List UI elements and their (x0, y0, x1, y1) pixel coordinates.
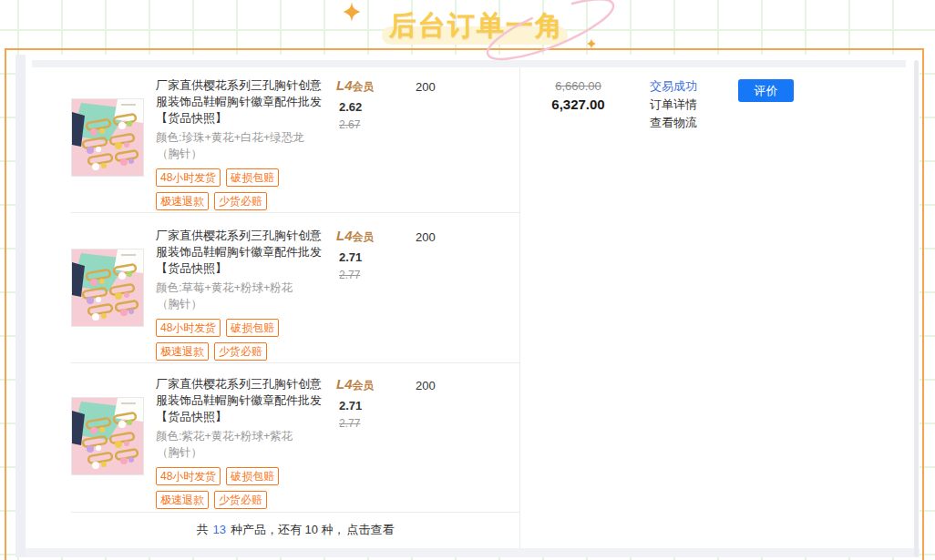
original-unit-price: 2.67 (336, 118, 391, 131)
unit-price: 2.71 (336, 250, 391, 264)
scrollbar[interactable] (914, 60, 919, 557)
unit-price: 2.71 (336, 399, 391, 412)
member-badge: L4会员 (336, 77, 391, 95)
unit-price: 2.62 (336, 100, 391, 114)
service-tag: 极速退款 (156, 491, 209, 509)
product-title[interactable]: 厂家直供樱花系列三孔胸针创意服装饰品鞋帽胸针徽章配件批发【货品快照】 (156, 77, 322, 127)
order-panel: 厂家直供樱花系列三孔胸针创意服装饰品鞋帽胸针徽章配件批发【货品快照】 颜色:珍珠… (15, 55, 920, 557)
service-tag: 极速退款 (156, 342, 209, 361)
review-button[interactable]: 评价 (738, 79, 794, 102)
footer-middle: 种产品，还有 10 种， (231, 523, 345, 536)
order-product-row: 厂家直供樱花系列三孔胸针创意服装饰品鞋帽胸针徽章配件批发【货品快照】 颜色:珍珠… (71, 77, 436, 216)
product-image[interactable] (71, 397, 144, 475)
product-image[interactable] (71, 98, 144, 177)
member-suffix: 会员 (353, 379, 375, 392)
product-sku-color: 颜色:珍珠+黄花+白花+绿恐龙 (156, 129, 322, 146)
original-unit-price: 2.77 (336, 417, 391, 430)
order-total-final: 6,327.00 (530, 97, 626, 112)
product-sku-color: 颜色:紫花+黄花+粉球+紫花 (156, 428, 322, 444)
product-sku-type: （胸针） (156, 444, 322, 461)
service-tag: 少货必赔 (214, 491, 267, 509)
service-tags: 48小时发货破损包赔 极速退款少货必赔 (156, 168, 322, 216)
order-product-row: 厂家直供樱花系列三孔胸针创意服装饰品鞋帽胸针徽章配件批发【货品快照】 颜色:草莓… (71, 228, 436, 366)
product-image[interactable] (71, 249, 144, 327)
service-tag: 48小时发货 (156, 319, 221, 337)
product-title[interactable]: 厂家直供樱花系列三孔胸针创意服装饰品鞋帽胸针徽章配件批发【货品快照】 (156, 228, 322, 277)
member-suffix: 会员 (353, 80, 375, 93)
service-tag: 破损包赔 (226, 467, 279, 485)
logistics-link[interactable]: 查看物流 (650, 114, 697, 132)
order-status[interactable]: 交易成功 (650, 77, 697, 96)
panel-bottom-edge (26, 548, 920, 557)
page-title: 后台订单一角 (389, 5, 564, 46)
footer-separator (71, 512, 519, 513)
order-totals: 6,660.00 6,327.00 (530, 79, 626, 112)
footer-prefix: 共 (196, 523, 208, 536)
quantity: 200 (416, 80, 436, 94)
order-product-row: 厂家直供樱花系列三孔胸针创意服装饰品鞋帽胸针徽章配件批发【货品快照】 颜色:紫花… (71, 376, 436, 514)
service-tag: 极速退款 (156, 192, 209, 210)
service-tag: 少货必赔 (214, 342, 267, 361)
member-level: L4 (336, 376, 353, 392)
service-tag: 破损包赔 (226, 319, 279, 337)
service-tag: 48小时发货 (156, 168, 221, 187)
product-title[interactable]: 厂家直供樱花系列三孔胸针创意服装饰品鞋帽胸针徽章配件批发【货品快照】 (156, 376, 322, 425)
page-title-wrap: 后台订单一角 (389, 5, 564, 46)
order-detail-link[interactable]: 订单详情 (650, 96, 697, 114)
sparkle-icon (586, 36, 597, 53)
row-separator (71, 212, 519, 213)
row-separator (71, 362, 519, 363)
column-divider (519, 67, 520, 548)
service-tags: 48小时发货破损包赔 极速退款少货必赔 (156, 319, 322, 366)
page-banner: 后台订单一角 (0, 5, 935, 46)
panel-left-edge (15, 55, 26, 557)
service-tag: 破损包赔 (226, 168, 279, 187)
product-sku-type: （胸针） (156, 296, 322, 312)
member-level: L4 (336, 228, 353, 243)
order-total-original: 6,660.00 (530, 79, 626, 93)
service-tag: 少货必赔 (214, 192, 267, 210)
panel-top-edge (32, 60, 906, 67)
member-badge: L4会员 (336, 376, 391, 393)
quantity: 200 (416, 379, 436, 392)
quantity: 200 (416, 230, 436, 244)
product-count: 13 (212, 523, 225, 536)
original-unit-price: 2.77 (336, 269, 391, 281)
sparkle-icon (342, 2, 362, 25)
view-more-link[interactable]: 点击查看 (347, 523, 395, 536)
member-level: L4 (336, 77, 353, 93)
service-tags: 48小时发货破损包赔 极速退款少货必赔 (156, 467, 322, 514)
product-sku-color: 颜色:草莓+黄花+粉球+粉花 (156, 280, 322, 296)
member-badge: L4会员 (336, 228, 391, 245)
service-tag: 48小时发货 (156, 467, 221, 485)
product-sku-type: （胸针） (156, 146, 322, 162)
member-suffix: 会员 (353, 230, 375, 243)
more-products-line: 共13种产品，还有 10 种，点击查看 (71, 522, 519, 538)
order-status-links: 交易成功 订单详情 查看物流 (650, 77, 697, 132)
page: 后台订单一角 (0, 0, 935, 560)
